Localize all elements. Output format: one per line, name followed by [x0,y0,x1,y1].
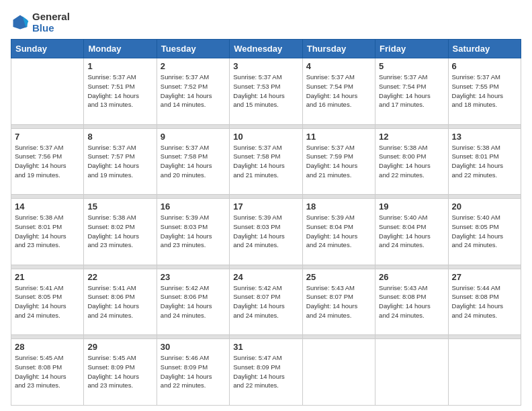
logo-icon [11,13,30,32]
day-number: 26 [379,272,444,282]
day-info: Sunrise: 5:37 AM Sunset: 7:53 PM Dayligh… [233,73,298,109]
day-cell: 7Sunrise: 5:37 AM Sunset: 7:56 PM Daylig… [11,128,84,195]
day-cell: 24Sunrise: 5:42 AM Sunset: 8:07 PM Dayli… [230,269,302,335]
day-number: 6 [452,61,517,71]
day-cell: 11Sunrise: 5:37 AM Sunset: 7:59 PM Dayli… [302,128,375,195]
day-info: Sunrise: 5:40 AM Sunset: 8:05 PM Dayligh… [452,213,517,250]
day-info: Sunrise: 5:46 AM Sunset: 8:09 PM Dayligh… [161,353,226,390]
day-info: Sunrise: 5:40 AM Sunset: 8:04 PM Dayligh… [379,213,444,250]
logo: General Blue [11,11,70,34]
day-number: 28 [15,342,80,352]
weekday-header-row: SundayMondayTuesdayWednesdayThursdayFrid… [11,40,521,58]
weekday-header-friday: Friday [375,40,448,58]
day-cell: 30Sunrise: 5:46 AM Sunset: 8:09 PM Dayli… [157,339,229,406]
day-cell: 6Sunrise: 5:37 AM Sunset: 7:55 PM Daylig… [448,58,521,125]
day-number: 15 [87,201,152,212]
day-number: 9 [161,132,226,142]
day-cell [302,339,375,406]
day-number: 22 [87,272,152,282]
day-cell: 22Sunrise: 5:41 AM Sunset: 8:06 PM Dayli… [84,269,157,335]
day-info: Sunrise: 5:41 AM Sunset: 8:06 PM Dayligh… [87,283,152,320]
day-cell: 15Sunrise: 5:38 AM Sunset: 8:02 PM Dayli… [84,199,157,265]
day-info: Sunrise: 5:38 AM Sunset: 8:01 PM Dayligh… [15,213,80,250]
weekday-header-sunday: Sunday [11,40,84,58]
day-info: Sunrise: 5:37 AM Sunset: 7:58 PM Dayligh… [233,143,298,180]
day-info: Sunrise: 5:37 AM Sunset: 7:58 PM Dayligh… [161,143,226,180]
day-cell [375,339,448,406]
day-number: 10 [233,132,298,142]
day-cell: 14Sunrise: 5:38 AM Sunset: 8:01 PM Dayli… [11,199,84,265]
day-number: 8 [87,132,152,142]
day-number: 13 [452,132,517,142]
weekday-header-saturday: Saturday [448,40,521,58]
day-info: Sunrise: 5:38 AM Sunset: 8:00 PM Dayligh… [379,143,444,180]
day-info: Sunrise: 5:37 AM Sunset: 7:51 PM Dayligh… [87,73,152,109]
week-row-4: 21Sunrise: 5:41 AM Sunset: 8:05 PM Dayli… [11,269,521,335]
day-number: 2 [161,61,226,71]
day-cell: 23Sunrise: 5:42 AM Sunset: 8:06 PM Dayli… [157,269,229,335]
day-number: 3 [233,61,298,71]
day-info: Sunrise: 5:37 AM Sunset: 7:55 PM Dayligh… [452,73,517,109]
day-info: Sunrise: 5:43 AM Sunset: 8:07 PM Dayligh… [306,283,371,320]
day-cell: 5Sunrise: 5:37 AM Sunset: 7:54 PM Daylig… [375,58,448,125]
day-cell: 17Sunrise: 5:39 AM Sunset: 8:03 PM Dayli… [230,199,302,265]
day-info: Sunrise: 5:39 AM Sunset: 8:03 PM Dayligh… [161,213,226,250]
calendar: SundayMondayTuesdayWednesdayThursdayFrid… [11,39,521,406]
day-number: 25 [306,272,371,282]
page: General Blue SundayMondayTuesdayWednesda… [0,0,532,411]
weekday-header-thursday: Thursday [302,40,375,58]
day-cell: 25Sunrise: 5:43 AM Sunset: 8:07 PM Dayli… [302,269,375,335]
day-info: Sunrise: 5:37 AM Sunset: 7:52 PM Dayligh… [161,73,226,109]
day-info: Sunrise: 5:37 AM Sunset: 7:57 PM Dayligh… [87,143,152,180]
day-number: 19 [379,201,444,212]
day-info: Sunrise: 5:39 AM Sunset: 8:04 PM Dayligh… [306,213,371,250]
day-number: 29 [87,342,152,352]
weekday-header-tuesday: Tuesday [157,40,229,58]
day-cell: 9Sunrise: 5:37 AM Sunset: 7:58 PM Daylig… [157,128,229,195]
week-row-3: 14Sunrise: 5:38 AM Sunset: 8:01 PM Dayli… [11,199,521,265]
day-number: 18 [306,201,371,212]
day-cell: 21Sunrise: 5:41 AM Sunset: 8:05 PM Dayli… [11,269,84,335]
day-cell: 27Sunrise: 5:44 AM Sunset: 8:08 PM Dayli… [448,269,521,335]
day-info: Sunrise: 5:37 AM Sunset: 7:54 PM Dayligh… [306,73,371,109]
day-number: 27 [452,272,517,282]
day-number: 31 [233,342,298,352]
weekday-header-wednesday: Wednesday [230,40,302,58]
day-number: 5 [379,61,444,71]
day-number: 1 [87,61,152,71]
day-info: Sunrise: 5:37 AM Sunset: 7:54 PM Dayligh… [379,73,444,109]
day-cell: 4Sunrise: 5:37 AM Sunset: 7:54 PM Daylig… [302,58,375,125]
logo-text: General Blue [32,11,70,34]
day-info: Sunrise: 5:42 AM Sunset: 8:07 PM Dayligh… [233,283,298,320]
day-cell [448,339,521,406]
day-cell: 3Sunrise: 5:37 AM Sunset: 7:53 PM Daylig… [230,58,302,125]
day-number: 12 [379,132,444,142]
day-info: Sunrise: 5:42 AM Sunset: 8:06 PM Dayligh… [161,283,226,320]
day-info: Sunrise: 5:45 AM Sunset: 8:08 PM Dayligh… [15,353,80,390]
day-cell: 19Sunrise: 5:40 AM Sunset: 8:04 PM Dayli… [375,199,448,265]
weekday-header-monday: Monday [84,40,157,58]
day-number: 30 [161,342,226,352]
day-info: Sunrise: 5:44 AM Sunset: 8:08 PM Dayligh… [452,283,517,320]
day-info: Sunrise: 5:43 AM Sunset: 8:08 PM Dayligh… [379,283,444,320]
day-cell: 8Sunrise: 5:37 AM Sunset: 7:57 PM Daylig… [84,128,157,195]
day-number: 24 [233,272,298,282]
day-info: Sunrise: 5:47 AM Sunset: 8:09 PM Dayligh… [233,353,298,390]
day-info: Sunrise: 5:41 AM Sunset: 8:05 PM Dayligh… [15,283,80,320]
week-row-5: 28Sunrise: 5:45 AM Sunset: 8:08 PM Dayli… [11,339,521,406]
day-cell: 29Sunrise: 5:45 AM Sunset: 8:09 PM Dayli… [84,339,157,406]
day-info: Sunrise: 5:37 AM Sunset: 7:59 PM Dayligh… [306,143,371,180]
day-info: Sunrise: 5:39 AM Sunset: 8:03 PM Dayligh… [233,213,298,250]
day-info: Sunrise: 5:38 AM Sunset: 8:01 PM Dayligh… [452,143,517,180]
day-info: Sunrise: 5:38 AM Sunset: 8:02 PM Dayligh… [87,213,152,250]
day-number: 21 [15,272,80,282]
day-number: 17 [233,201,298,212]
day-cell: 31Sunrise: 5:47 AM Sunset: 8:09 PM Dayli… [230,339,302,406]
day-info: Sunrise: 5:45 AM Sunset: 8:09 PM Dayligh… [87,353,152,390]
day-cell: 20Sunrise: 5:40 AM Sunset: 8:05 PM Dayli… [448,199,521,265]
day-number: 23 [161,272,226,282]
day-cell: 18Sunrise: 5:39 AM Sunset: 8:04 PM Dayli… [302,199,375,265]
day-number: 16 [161,201,226,212]
day-number: 7 [15,132,80,142]
day-cell: 12Sunrise: 5:38 AM Sunset: 8:00 PM Dayli… [375,128,448,195]
